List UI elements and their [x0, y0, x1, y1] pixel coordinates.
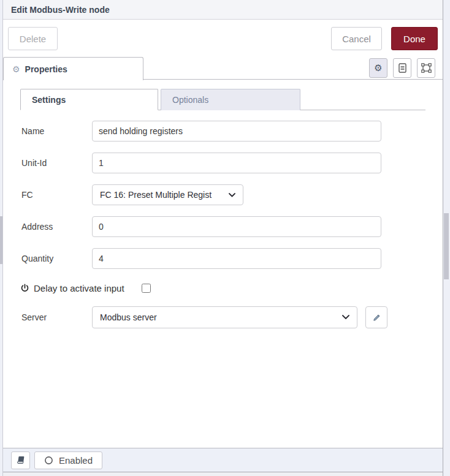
- tray-tab-bar: ⚙︎ Properties ⚙︎: [3, 56, 443, 80]
- unitid-row: Unit-Id: [21, 153, 443, 173]
- fc-row: FC FC 16: Preset Multiple Regist: [21, 184, 443, 205]
- enabled-label: Enabled: [59, 455, 93, 466]
- tab-settings-label: Settings: [32, 95, 66, 105]
- tab-properties[interactable]: ⚙︎ Properties: [3, 57, 143, 80]
- tray-footer: Enabled: [3, 448, 443, 472]
- delay-label: Delay to activate input: [34, 283, 124, 293]
- enabled-toggle-button[interactable]: Enabled: [34, 451, 102, 469]
- delay-checkbox[interactable]: [142, 284, 151, 293]
- name-input[interactable]: [92, 121, 381, 142]
- edit-tray: Edit Modbus-Write node Delete Cancel Don…: [3, 0, 443, 472]
- quantity-label: Quantity: [21, 254, 92, 263]
- fc-select[interactable]: FC 16: Preset Multiple Regist: [92, 184, 243, 205]
- dialog-header: Edit Modbus-Write node: [3, 0, 443, 20]
- address-input[interactable]: [92, 216, 381, 237]
- tab-settings[interactable]: Settings: [20, 89, 158, 110]
- delay-row: Delay to activate input: [21, 281, 443, 295]
- settings-tab-bar: Settings Optionals: [20, 89, 425, 110]
- gear-icon: ⚙︎: [374, 64, 382, 73]
- address-label: Address: [21, 222, 92, 232]
- pencil-icon: [372, 313, 381, 322]
- edit-node-dialog: Edit Modbus-Write node Delete Cancel Don…: [0, 0, 450, 476]
- dialog-title: Edit Modbus-Write node: [11, 5, 110, 15]
- gear-icon: ⚙︎: [12, 65, 20, 74]
- unitid-label: Unit-Id: [21, 158, 92, 168]
- tab-optionals[interactable]: Optionals: [161, 89, 300, 110]
- appearance-icon: [421, 63, 432, 73]
- quantity-row: Quantity: [21, 248, 443, 269]
- tab-properties-label: Properties: [25, 64, 67, 74]
- server-row: Server Modbus server: [21, 307, 443, 328]
- settings-form: Name Unit-Id FC FC 16: Preset Multiple R…: [3, 110, 443, 328]
- node-info-button[interactable]: [11, 451, 30, 469]
- properties-gear-button[interactable]: ⚙︎: [369, 58, 387, 78]
- delay-label-group: Delay to activate input: [20, 283, 124, 293]
- properties-panel: Settings Optionals Name Unit-Id FC: [3, 80, 443, 448]
- quantity-input[interactable]: [92, 248, 381, 269]
- tab-optionals-label: Optionals: [172, 95, 208, 105]
- dialog-toolbar: Delete Cancel Done: [3, 20, 443, 56]
- delete-button[interactable]: Delete: [8, 27, 58, 50]
- name-row: Name: [21, 121, 443, 142]
- address-row: Address: [21, 216, 443, 237]
- name-label: Name: [21, 126, 92, 136]
- server-edit-button[interactable]: [365, 306, 387, 328]
- fc-label: FC: [21, 190, 92, 200]
- server-select-value: Modbus server: [100, 312, 157, 322]
- power-icon: [20, 284, 29, 293]
- background-strip: [0, 472, 450, 476]
- chevron-down-icon: [229, 193, 235, 197]
- done-button[interactable]: Done: [391, 27, 438, 50]
- doc-icon: [399, 63, 406, 73]
- right-scrollbar-thumb[interactable]: [444, 213, 449, 279]
- fc-select-value: FC 16: Preset Multiple Regist: [100, 190, 212, 200]
- appearance-button[interactable]: [417, 58, 435, 78]
- server-label: Server: [21, 312, 92, 322]
- server-select[interactable]: Modbus server: [92, 306, 357, 328]
- tray-icon-buttons: ⚙︎: [369, 58, 435, 78]
- chevron-down-icon: [342, 315, 349, 320]
- cancel-button[interactable]: Cancel: [331, 27, 382, 50]
- unitid-input[interactable]: [92, 153, 381, 173]
- circle-icon: [44, 456, 53, 465]
- left-scrollbar-thumb[interactable]: [0, 216, 2, 264]
- description-button[interactable]: [393, 58, 411, 78]
- book-icon: [16, 456, 25, 465]
